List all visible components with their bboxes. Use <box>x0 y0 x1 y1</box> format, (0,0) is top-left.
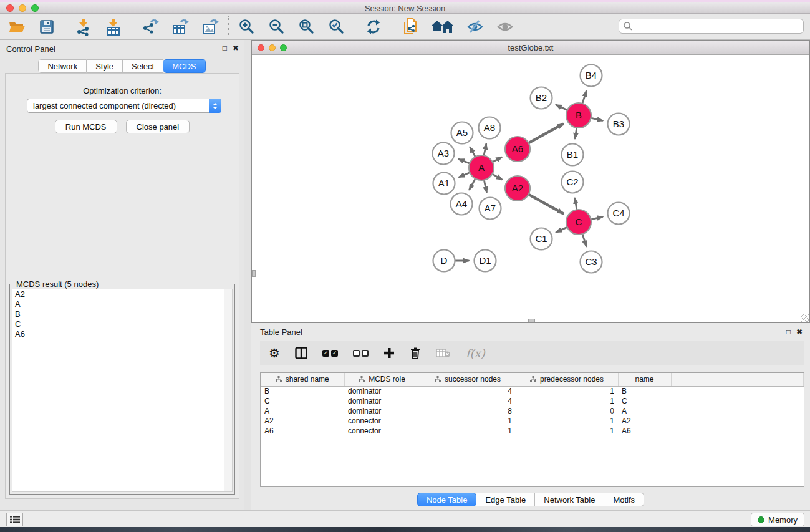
graph-node-label: A6 <box>512 143 523 154</box>
column-layout-icon[interactable] <box>295 347 307 359</box>
table-row[interactable]: A6connector11A6 <box>261 426 804 436</box>
window-resize-grip[interactable] <box>801 314 809 322</box>
save-session-icon[interactable] <box>37 17 56 36</box>
tab-motifs[interactable]: Motifs <box>604 493 644 506</box>
zoom-out-icon[interactable] <box>268 17 286 36</box>
close-panel-button[interactable]: Close panel <box>126 120 190 133</box>
graph-node[interactable]: A6 <box>505 137 530 162</box>
tab-node-table[interactable]: Node Table <box>417 493 477 506</box>
graph-node[interactable]: A8 <box>479 117 501 139</box>
float-panel-icon[interactable]: □ <box>223 44 227 52</box>
graph-node[interactable]: A2 <box>505 176 530 201</box>
result-scrollbar[interactable] <box>224 289 232 491</box>
result-list-item[interactable]: C <box>12 319 232 329</box>
graph-node-label: C1 <box>535 233 547 244</box>
graph-node[interactable]: C <box>566 210 591 235</box>
vertical-scroll-thumb[interactable] <box>252 270 256 277</box>
task-history-button[interactable] <box>6 513 23 526</box>
refresh-icon[interactable] <box>364 17 383 36</box>
node-table[interactable]: shared name MCDS role successor nodes pr… <box>260 372 804 487</box>
cybrowser-home-icon[interactable] <box>431 17 455 36</box>
hierarchy-icon <box>359 375 365 384</box>
main-toolbar <box>0 14 810 40</box>
graph-node[interactable]: B4 <box>581 65 602 87</box>
graph-node[interactable]: A3 <box>433 143 455 165</box>
graph-node[interactable]: D <box>433 250 455 272</box>
mcds-result-box: MCDS result (5 nodes) A2 A B C A6 <box>9 284 235 495</box>
export-image-icon[interactable] <box>201 17 219 36</box>
add-column-icon[interactable] <box>383 347 395 359</box>
hide-graphics-details-icon[interactable] <box>466 17 485 36</box>
tab-select[interactable]: Select <box>123 59 163 73</box>
graph-node[interactable]: C3 <box>581 251 602 273</box>
network-graph[interactable]: B4B2BB3A8A5A6B1A3AA1C2A2A4A7C4CC1C3DD1 <box>252 55 809 322</box>
table-settings-gear-icon[interactable]: ⚙ <box>269 347 280 359</box>
show-graphics-details-icon[interactable] <box>496 17 514 36</box>
result-list-item[interactable]: A6 <box>12 329 232 339</box>
column-header-mcds-role[interactable]: MCDS role <box>344 373 420 386</box>
export-network-icon[interactable] <box>141 17 160 36</box>
open-file-icon[interactable] <box>7 17 26 36</box>
search-input[interactable] <box>633 20 803 32</box>
network-canvas[interactable]: B4B2BB3A8A5A6B1A3AA1C2A2A4A7C4CC1C3DD1 <box>252 55 809 322</box>
graph-node[interactable]: A <box>469 155 494 180</box>
column-header-successor-nodes[interactable]: successor nodes <box>420 373 516 386</box>
graph-node[interactable]: B2 <box>531 87 552 109</box>
criterion-dropdown[interactable]: largest connected component (directed) <box>27 99 221 113</box>
table-row[interactable]: A2connector11A2 <box>261 416 804 426</box>
window-title: Session: New Session <box>0 4 810 13</box>
graph-node[interactable]: C1 <box>531 228 552 250</box>
tab-mcds[interactable]: MCDS <box>163 59 205 73</box>
graph-node[interactable]: A1 <box>433 173 455 195</box>
zoom-fit-icon[interactable] <box>297 17 316 36</box>
graph-node[interactable]: A7 <box>480 198 501 220</box>
mcds-result-title: MCDS result (5 nodes) <box>14 279 101 289</box>
run-mcds-button[interactable]: Run MCDS <box>55 120 117 133</box>
tab-style[interactable]: Style <box>87 59 123 73</box>
zoom-selected-icon[interactable] <box>327 17 346 36</box>
clone-network-icon[interactable] <box>401 17 420 36</box>
export-table-icon[interactable] <box>171 17 190 36</box>
horizontal-scroll-thumb[interactable] <box>528 319 535 322</box>
graph-node-label: A <box>478 162 485 173</box>
result-list-item[interactable]: A <box>12 299 232 309</box>
close-panel-icon[interactable]: ✖ <box>796 327 803 336</box>
tab-network-table[interactable]: Network Table <box>535 493 604 506</box>
application-window: Session: New Session <box>0 0 810 532</box>
graph-node[interactable]: B <box>566 103 591 128</box>
float-panel-icon[interactable]: □ <box>786 327 791 336</box>
select-all-columns-icon[interactable]: ✓✓ <box>322 350 338 357</box>
search-field[interactable] <box>619 19 804 34</box>
delete-table-icon[interactable] <box>436 348 451 358</box>
column-header-predecessor-nodes[interactable]: predecessor nodes <box>516 373 618 386</box>
graph-node[interactable]: C2 <box>562 172 584 193</box>
graph-node-label: C3 <box>585 256 597 267</box>
tab-edge-table[interactable]: Edge Table <box>476 493 535 506</box>
column-header-shared-name[interactable]: shared name <box>261 373 344 386</box>
toolbar-separator <box>392 16 392 37</box>
graph-node[interactable]: A4 <box>451 193 473 215</box>
function-builder-icon[interactable]: f(x) <box>466 347 485 360</box>
graph-node[interactable]: B1 <box>562 144 584 166</box>
table-row[interactable]: Adominator80A <box>261 406 804 416</box>
table-row[interactable]: Bdominator41B <box>261 386 804 396</box>
unselect-all-columns-icon[interactable] <box>353 350 369 357</box>
import-table-icon[interactable] <box>104 17 123 36</box>
memory-button[interactable]: Memory <box>751 513 804 526</box>
graph-node[interactable]: C4 <box>608 203 630 225</box>
zoom-in-icon[interactable] <box>238 17 256 36</box>
column-header-name[interactable]: name <box>618 373 671 386</box>
delete-column-icon[interactable] <box>410 347 421 359</box>
graph-node[interactable]: D1 <box>475 250 496 272</box>
result-list-item[interactable]: A2 <box>12 289 232 299</box>
table-header-row: shared name MCDS role successor nodes pr… <box>261 373 804 386</box>
graph-node[interactable]: B3 <box>608 114 630 135</box>
graph-node[interactable]: A5 <box>451 122 473 144</box>
mcds-result-list[interactable]: A2 A B C A6 <box>12 289 233 492</box>
table-row[interactable]: Cdominator41C <box>261 396 804 406</box>
close-panel-icon[interactable]: ✖ <box>233 44 239 52</box>
tab-network[interactable]: Network <box>38 59 87 73</box>
result-list-item[interactable]: B <box>12 309 232 319</box>
import-network-icon[interactable] <box>74 17 93 36</box>
network-window-titlebar[interactable]: testGlobe.txt <box>252 41 809 55</box>
